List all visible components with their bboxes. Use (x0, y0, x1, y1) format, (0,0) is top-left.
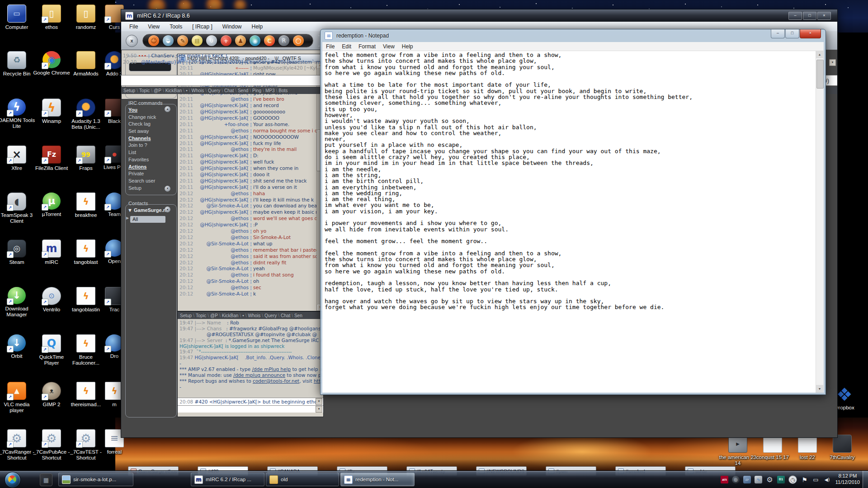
menu-item[interactable]: View (148, 23, 160, 30)
desktop-icon[interactable]: Fz↗FileZilla Client (32, 145, 71, 171)
nick[interactable]: @Sir-Smoke-A-Lot (195, 278, 249, 285)
combo-arrow-icon[interactable]: ▼ (829, 59, 836, 66)
sidebar-command[interactable]: Search user (128, 178, 156, 185)
clock-tray-icon[interactable]: ◷ (788, 475, 797, 484)
sidebar-command[interactable]: Private (128, 170, 156, 178)
nick[interactable]: @Sir-Smoke-A-Lot (195, 291, 249, 297)
menu-item[interactable]: Help (252, 23, 263, 30)
tab-•[interactable]: • (186, 88, 188, 93)
gear-tray-icon[interactable]: ⚙ (766, 476, 774, 483)
desktop-icon[interactable]: ▯↗ethos (32, 5, 71, 30)
menu-item[interactable]: Tools (170, 23, 182, 30)
lifering-icon[interactable]: ○ (293, 35, 304, 46)
notepad-scrollbar[interactable]: ▲ ▼ (816, 51, 824, 393)
taskbar-button[interactable]: old (266, 473, 339, 486)
tab-@p[interactable]: @P (210, 313, 218, 318)
tools-icon[interactable]: + (221, 35, 231, 46)
desktop-icon[interactable]: ϟ↗Winamp (32, 99, 71, 124)
tab-whois[interactable]: Whois (191, 88, 204, 93)
tab-•[interactable]: • (242, 313, 244, 318)
sidebar-command[interactable]: Check lag (128, 121, 156, 128)
scroll-down-icon[interactable]: ▼ (165, 186, 170, 192)
desktop-icon[interactable]: µ↗µTorrent (32, 192, 71, 217)
nick[interactable]: @ethos (195, 128, 249, 134)
pen-icon[interactable]: ✎ (177, 35, 188, 46)
nick[interactable]: @HG|shipwrecK-]aK[ (195, 109, 249, 115)
tab-sen[interactable]: Sen (294, 313, 302, 318)
nick[interactable]: «------ (195, 65, 249, 71)
net-tray-icon[interactable]: ▭ (812, 476, 820, 483)
desktop-icon[interactable]: ◖↗TeamSpeak 3 Client (0, 192, 36, 224)
desktop-icon[interactable]: ◉↗Google Chrome (32, 51, 71, 76)
nick[interactable]: @HG|shipwrecK-]aK[ (195, 209, 249, 216)
status-input[interactable] (178, 405, 323, 413)
amip-tray-icon[interactable]: 01 (777, 476, 785, 483)
scroll-up-icon[interactable]: ▲ (816, 51, 823, 58)
steam-tray-icon[interactable]: ◎ (732, 476, 740, 483)
desktop-icon[interactable]: ▲↗VLC media player (0, 382, 36, 413)
tree-expand-icon[interactable]: ▼ (127, 207, 132, 213)
nick[interactable]: @HG|shipwrecK-]aK[ (195, 222, 249, 228)
nick[interactable]: @HG|shipwrecK-]aK[ (195, 184, 249, 191)
desktop-icon[interactable]: ◎↗Steam (0, 239, 36, 265)
tree-collapsed-icon[interactable]: ▶ (126, 216, 129, 220)
close-button[interactable]: × (817, 12, 831, 20)
maximize-button[interactable]: □ (803, 12, 816, 20)
scroll-up-icon[interactable]: ▲ (165, 106, 170, 112)
script-icon[interactable]: R (278, 35, 289, 46)
tab-chat[interactable]: Chat (281, 313, 290, 318)
nick[interactable]: +foo-shoe (195, 122, 249, 128)
tab-mp3[interactable]: MP3 (265, 88, 275, 93)
desktop-icon[interactable]: ϟ↗DAEMON Tools Lite (0, 99, 36, 129)
desktop-icon[interactable]: ×↗Xfire (0, 145, 36, 171)
vol-tray-icon[interactable]: ◀) (823, 476, 831, 483)
tab-setup[interactable]: Setup (123, 88, 135, 93)
nick[interactable]: @ethos (195, 216, 249, 222)
nick[interactable]: @HG|shipwrecK-]aK[ (195, 172, 249, 178)
tab-send[interactable]: Send (238, 88, 248, 93)
nick[interactable]: @Sir-Smoke-A-Lot (195, 266, 249, 272)
desktop-icon[interactable]: ▸the american 23 14 (718, 435, 757, 466)
minimize-button[interactable]: – (788, 12, 802, 20)
notepad-window[interactable]: ≡ redemption - Notepad – □ × FileEditFor… (320, 29, 826, 395)
tab-setup[interactable]: Setup (180, 313, 192, 318)
desktop-icon[interactable]: ⊙↗Ventrilo (32, 287, 71, 313)
desktop-icon[interactable]: ▭Computer (0, 5, 36, 30)
notepad-titlebar[interactable]: ≡ redemption - Notepad (321, 29, 826, 42)
nick[interactable]: @ethos (195, 260, 249, 266)
taskbar-button[interactable]: ≡redemption - Not... (340, 473, 415, 486)
sidebar-command[interactable]: Setup (128, 185, 156, 192)
tab-ping[interactable]: Ping (252, 88, 261, 93)
nick[interactable]: @ethos (195, 247, 249, 253)
desktop-icon[interactable]: ⚙↗_7CavPubAce - Shortcut (32, 429, 71, 461)
flag-tray-icon[interactable]: ⚑ (801, 476, 808, 483)
menu-item[interactable]: File (326, 43, 335, 50)
taskbar-button[interactable]: mmIRC 6.2 / IRcap ... (191, 473, 264, 486)
scroll-up-icon[interactable]: ▲ (165, 206, 170, 212)
tab-bots[interactable]: Bots (278, 88, 288, 93)
nick[interactable]: @Sir-Smoke-A-Lot (195, 203, 249, 209)
desktop-icon[interactable]: lost 22 (788, 435, 827, 460)
menu-item[interactable]: Window (222, 23, 242, 30)
tab-query[interactable]: Query (264, 313, 277, 318)
toolbar-close-icon[interactable]: x (126, 35, 138, 47)
cup-icon[interactable]: ∪ (206, 35, 217, 46)
scroll-down-icon[interactable]: ▼ (816, 385, 823, 393)
desktop-icon[interactable]: ᴥ↗GIMP 2 (32, 382, 71, 408)
menu-item[interactable]: [ IRcap ] (192, 23, 212, 30)
nick[interactable]: @HG|shipwrecK-]aK[ (195, 115, 249, 122)
nick[interactable]: @HG|shipwrecK-]aK[ (195, 159, 249, 165)
globe-icon[interactable]: ◉ (250, 35, 260, 46)
mirc-titlebar[interactable]: m mIRC 6.2 / IRcap 8.6 – □ × (121, 9, 837, 22)
show-desktop-button[interactable] (863, 471, 868, 488)
status-window[interactable]: Setup\Topic\@P\KickBan\•\Whois\Query\Cha… (177, 311, 324, 417)
input-scroll-icon[interactable]: ▼ (316, 406, 322, 413)
sidebar-command[interactable]: Set away (128, 128, 156, 135)
desktop-icon[interactable]: ⚙↗_7CavRanger - Shortcut (0, 429, 36, 461)
nick[interactable]: @HG|shipwrecK-]aK[ (195, 103, 249, 109)
ircap-icon[interactable]: C (264, 35, 275, 46)
menu-item[interactable]: View (383, 43, 395, 50)
menu-item[interactable]: Edit (342, 43, 351, 50)
notepad-text-area[interactable]: feel the moment grow from a vibe into a … (322, 51, 816, 393)
nick[interactable]: @HG|shipwrecK-]aK[ (195, 141, 249, 147)
